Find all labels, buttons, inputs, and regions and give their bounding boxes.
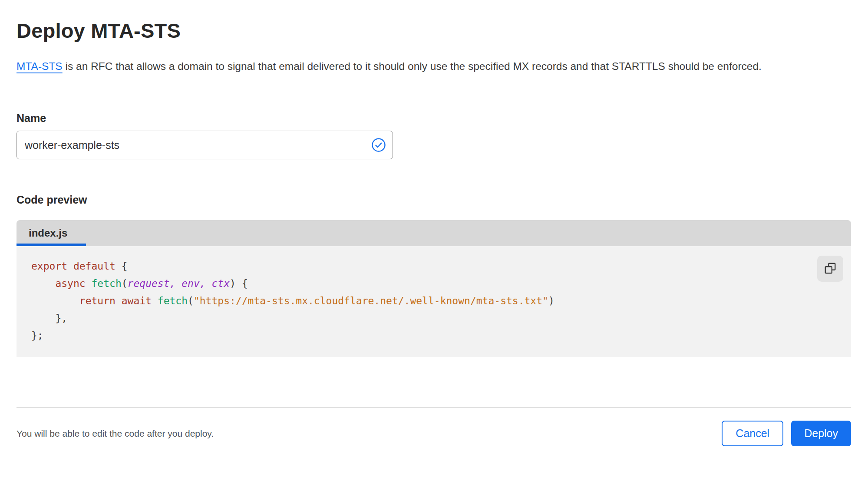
name-field-label: Name xyxy=(17,112,851,125)
copy-code-button[interactable] xyxy=(817,256,843,282)
code-line: async fetch(request, env, ctx) { xyxy=(31,275,851,292)
code-line: return await fetch("https://mta-sts.mx.c… xyxy=(31,292,851,310)
code-line: }, xyxy=(31,310,851,327)
intro-text: is an RFC that allows a domain to signal… xyxy=(63,60,762,72)
copy-icon xyxy=(824,262,837,276)
mta-sts-link[interactable]: MTA-STS xyxy=(17,60,63,72)
cancel-button[interactable]: Cancel xyxy=(722,421,783,446)
footer-divider xyxy=(17,407,851,408)
code-area: export default { async fetch(request, en… xyxy=(17,246,851,357)
code-preview-block: index.js export default { async fetch(re… xyxy=(17,220,851,357)
deploy-button[interactable]: Deploy xyxy=(791,421,851,446)
deploy-mta-sts-page: Deploy MTA-STS MTA-STS is an RFC that al… xyxy=(0,17,868,494)
code-line: }; xyxy=(31,327,851,344)
code-lines: export default { async fetch(request, en… xyxy=(17,257,851,344)
footer-note: You will be able to edit the code after … xyxy=(17,428,214,439)
name-input-wrap xyxy=(17,131,393,159)
intro-paragraph: MTA-STS is an RFC that allows a domain t… xyxy=(17,56,848,76)
name-input[interactable] xyxy=(17,131,393,159)
page-title: Deploy MTA-STS xyxy=(17,17,851,44)
code-line: export default { xyxy=(31,257,851,275)
footer-actions: Cancel Deploy xyxy=(722,421,851,446)
tab-index-js[interactable]: index.js xyxy=(17,220,86,246)
tab-label: index.js xyxy=(29,227,67,239)
code-tab-bar: index.js xyxy=(17,220,851,246)
footer: You will be able to edit the code after … xyxy=(17,421,851,446)
check-circle-icon xyxy=(371,138,386,152)
code-preview-heading: Code preview xyxy=(17,193,851,206)
